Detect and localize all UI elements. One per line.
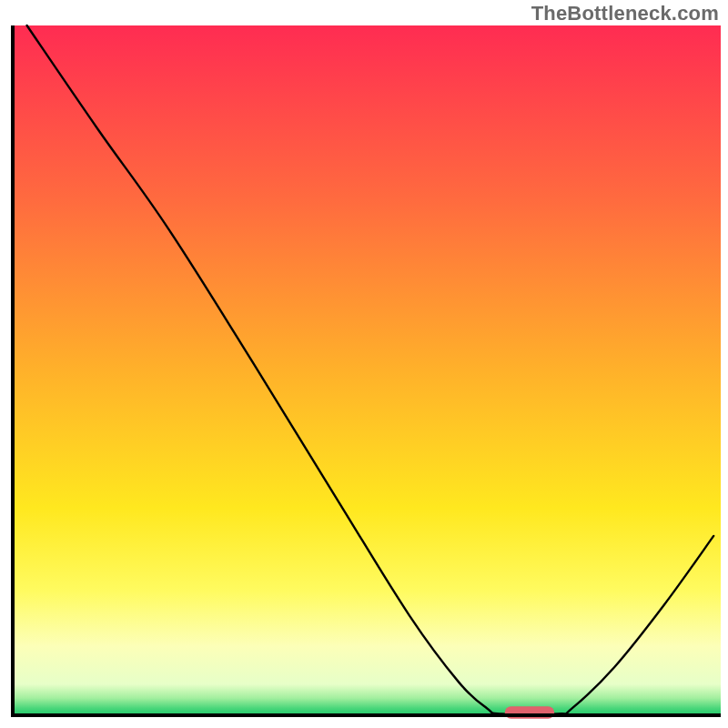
bottleneck-chart: TheBottleneck.com [0,0,728,728]
plot-background [13,25,721,715]
chart-canvas [0,0,728,728]
